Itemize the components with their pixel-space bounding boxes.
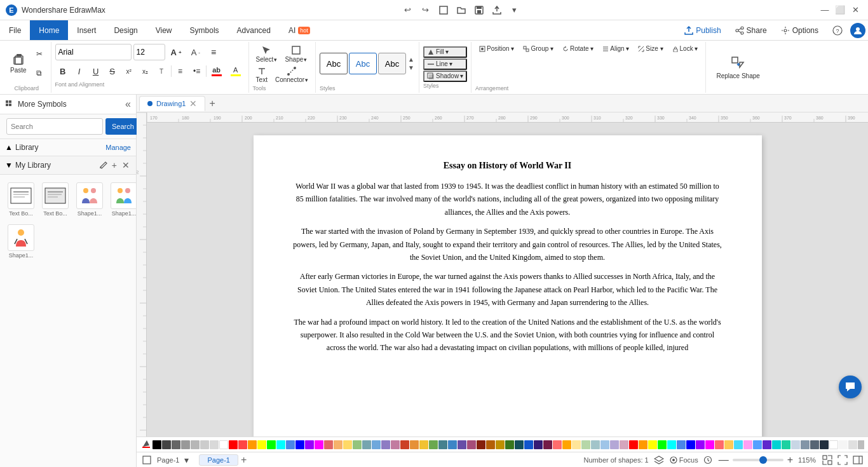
color-swatch[interactable] [229,440,238,449]
color-swatch[interactable] [839,440,848,449]
rotate-button[interactable]: Rotate ▾ [559,43,597,54]
close-library-button[interactable]: ✕ [121,160,131,170]
add-tab-button[interactable]: + [207,98,217,109]
canvas[interactable]: Essay on History of World War II World W… [147,123,868,437]
color-swatch[interactable] [334,440,342,449]
menu-item-home[interactable]: Home [30,20,68,40]
color-swatch[interactable] [286,440,295,449]
zoom-out-button[interactable]: — [717,454,730,466]
color-swatch[interactable] [715,440,724,449]
color-swatch[interactable] [534,440,543,449]
fill-button[interactable]: Fill ▾ [423,46,467,58]
color-swatch[interactable] [324,440,333,449]
color-swatch[interactable] [696,440,705,449]
color-swatch[interactable] [677,440,686,449]
fullscreen-icon[interactable] [837,455,848,465]
text-align-button[interactable]: ≡ [206,43,221,61]
color-swatch[interactable] [639,440,648,449]
size-button[interactable]: Size ▾ [634,43,667,54]
color-swatch[interactable] [686,440,695,449]
styles-scroll-down[interactable]: ▼ [407,64,415,72]
color-swatch[interactable] [743,440,752,449]
color-swatch[interactable] [191,440,200,449]
save-button[interactable] [471,3,487,18]
shape-button[interactable]: Shape ▾ [281,43,310,65]
zoom-slider[interactable] [733,459,783,461]
menu-item-insert[interactable]: Insert [68,20,105,40]
color-swatch[interactable] [705,440,714,449]
style-box-3[interactable]: Abc [378,53,406,74]
copy-button[interactable]: ⧉ [32,64,47,82]
select-button[interactable]: Select ▾ [253,43,281,65]
shadow-button[interactable]: Shadow ▾ [423,71,467,82]
color-swatch[interactable] [515,440,524,449]
user-avatar[interactable] [850,23,865,38]
italic-button[interactable]: I [72,62,87,80]
clear-format-button[interactable]: T [154,62,170,80]
color-swatch[interactable] [419,440,428,449]
color-swatch[interactable] [591,440,600,449]
font-decrease-button[interactable]: A- [187,43,204,61]
color-swatch[interactable] [153,440,161,449]
color-swatch[interactable] [543,440,552,449]
new-button[interactable] [436,3,451,18]
redo-button[interactable]: ↪ [418,3,433,18]
highlight-button[interactable]: A [227,62,245,80]
page-1-tab[interactable]: Page-1 [199,454,238,466]
color-swatch[interactable] [829,440,838,449]
color-swatch[interactable] [477,440,485,449]
color-swatch[interactable] [486,440,495,449]
color-swatch[interactable] [782,440,790,449]
color-swatch[interactable] [219,440,228,449]
layers-icon[interactable] [654,455,664,465]
lock-button[interactable]: Lock ▾ [668,43,702,54]
color-swatch[interactable] [238,440,247,449]
color-swatch[interactable] [791,440,800,449]
color-swatch[interactable] [505,440,514,449]
superscript-button[interactable]: x² [121,62,137,80]
color-swatch[interactable] [172,440,180,449]
tab-drawing1[interactable]: Drawing1 ✕ [139,96,205,111]
color-swatch[interactable] [257,440,266,449]
list-item[interactable]: Shape1... [5,222,37,261]
text-color-button[interactable]: ab [208,62,226,80]
subscript-button[interactable]: x₂ [138,62,153,80]
color-swatch[interactable] [734,440,743,449]
color-swatch[interactable] [600,440,609,449]
undo-button[interactable]: ↩ [400,3,416,18]
collapse-button[interactable]: « [125,98,131,110]
chat-button[interactable] [839,376,862,398]
paste-button[interactable]: Paste [6,51,31,76]
bold-button[interactable]: B [55,62,71,80]
align-button[interactable]: Align ▾ [599,43,633,54]
color-swatch[interactable] [200,440,209,449]
color-swatch[interactable] [372,440,381,449]
color-swatch[interactable] [562,440,571,449]
add-page-button[interactable]: + [241,454,247,466]
color-swatch[interactable] [553,440,562,449]
color-swatch[interactable] [362,440,371,449]
menu-item-design[interactable]: Design [105,20,146,40]
menu-item-advanced[interactable]: Advanced [228,20,280,40]
font-increase-button[interactable]: A+ [167,43,186,61]
color-swatch[interactable] [858,440,864,449]
color-swatch[interactable] [772,440,781,449]
sidebar-toggle-icon[interactable] [853,455,863,465]
color-swatch[interactable] [667,440,676,449]
color-swatch[interactable] [810,440,819,449]
focus-button[interactable]: Focus [669,456,698,464]
library-title[interactable]: Library [15,143,39,152]
color-swatch[interactable] [295,440,304,449]
color-swatch[interactable] [210,440,219,449]
color-swatch[interactable] [524,440,533,449]
color-swatch[interactable] [724,440,733,449]
color-swatch[interactable] [848,440,857,449]
text-button[interactable]: Text [253,66,271,84]
color-swatch[interactable] [753,440,762,449]
color-swatch[interactable] [276,440,285,449]
page-chevron-down[interactable]: ▾ [184,455,189,465]
color-swatch[interactable] [620,440,628,449]
fit-icon[interactable] [822,455,832,465]
open-button[interactable] [454,3,469,18]
color-swatch[interactable] [458,440,466,449]
